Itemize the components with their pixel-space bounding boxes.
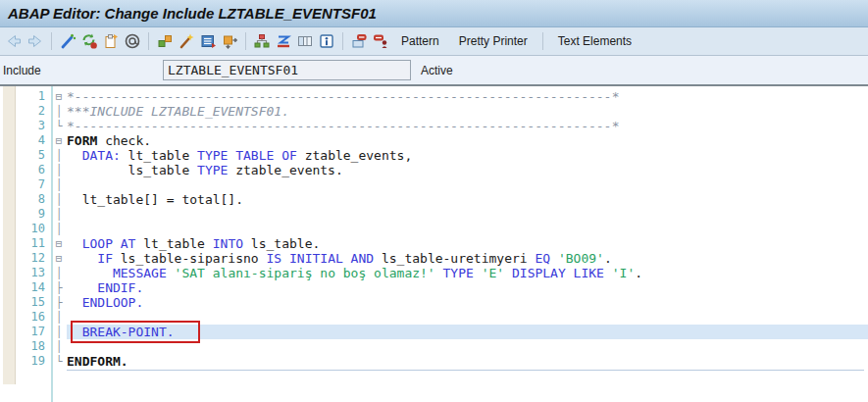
fold-marker[interactable]: ⊟ [51,133,67,148]
fold-marker[interactable]: ⊟ [51,251,67,266]
fold-marker: │ [51,266,67,280]
code-line[interactable]: 13│ MESSAGE 'SAT alanı-sipariş no boş ol… [18,266,868,280]
syntax-check-icon[interactable] [59,32,77,50]
fold-marker: │ [51,148,67,163]
code-text[interactable]: *---------------------------------------… [67,119,868,133]
code-text[interactable]: ***INCLUDE LZTABLE_EVENTSF01. [67,104,868,119]
code-editor[interactable]: 1⊟*-------------------------------------… [0,86,868,402]
forward-icon[interactable] [26,32,44,50]
code-line[interactable]: 14├ ENDIF. [18,280,868,295]
line-number: 12 [18,251,51,266]
copy-icon[interactable] [102,32,120,50]
code-line[interactable]: 8│ lt_table[] = total[]. [18,192,868,207]
line-number: 19 [18,354,51,369]
code-line[interactable]: 15├ ENDLOOP. [18,295,868,310]
where-used-icon[interactable] [124,32,141,50]
line-number: 13 [18,266,51,280]
line-number: 6 [18,163,51,177]
application-toolbar: Pattern Pretty Printer Text Elements [0,27,868,56]
code-text[interactable] [67,177,868,192]
text-elements-button[interactable]: Text Elements [550,31,639,51]
code-line[interactable]: 17│ BREAK-POINT. [18,325,868,339]
fold-marker: │ [51,222,67,236]
line-number: 7 [18,177,51,192]
page-title: ABAP Editor: Change Include LZTABLE_EVEN… [8,5,377,22]
line-number: 4 [18,133,51,148]
code-text[interactable]: MESSAGE 'SAT alanı-sipariş no boş olamaz… [67,266,868,280]
line-number: 16 [18,310,51,325]
code-line[interactable]: 1⊟*-------------------------------------… [18,89,868,104]
fold-marker: │ [51,339,67,354]
code-line[interactable]: 2│***INCLUDE LZTABLE_EVENTSF01. [18,104,868,119]
code-text[interactable]: *---------------------------------------… [67,89,868,104]
code-text[interactable]: FORM check. [67,133,868,148]
code-line[interactable]: 12⊟ IF ls_table-siparisno IS INITIAL AND… [18,251,868,266]
line-number: 2 [18,104,51,119]
fold-marker: │ [51,177,67,192]
fold-marker: │ [51,310,67,325]
fold-marker: ├ [51,280,67,295]
fold-marker: └ [51,119,67,133]
info-icon[interactable] [318,32,335,50]
include-name-input[interactable] [163,60,411,80]
line-number: 11 [18,236,51,251]
code-text[interactable] [67,222,868,236]
fold-marker[interactable]: ⊟ [51,89,67,104]
fold-marker: ├ [51,295,67,310]
line-number: 10 [18,222,51,236]
code-text[interactable]: BREAK-POINT. [67,325,868,339]
back-icon[interactable] [5,32,23,50]
line-number: 9 [18,207,51,222]
improvement-note-icon[interactable] [372,32,389,50]
code-line[interactable]: 9│ [18,207,868,222]
code-text[interactable] [67,310,868,325]
editor-left-margin [3,86,16,384]
navigate-icon[interactable] [221,32,238,50]
code-text[interactable]: ENDLOOP. [67,295,868,310]
line-number: 15 [18,295,51,310]
line-number: 8 [18,192,51,207]
code-text[interactable]: DATA: lt_table TYPE TABLE OF ztable_even… [67,148,868,163]
modification-assistant-icon[interactable] [350,32,368,50]
code-line[interactable]: 7│ [18,177,868,192]
code-text[interactable]: lt_table[] = total[]. [67,192,868,207]
code-text[interactable]: ENDFORM. [67,354,868,369]
code-line[interactable]: 6│ ls_table TYPE ztable_events. [18,163,868,177]
line-number: 5 [18,148,51,163]
code-line[interactable]: 11⊟ LOOP AT lt_table INTO ls_table. [18,236,868,251]
code-text[interactable]: IF ls_table-siparisno IS INITIAL AND ls_… [67,251,868,266]
code-line[interactable]: 16│ [18,310,868,325]
fold-marker[interactable]: ⊟ [51,236,67,251]
code-line[interactable]: 5│ DATA: lt_table TYPE TABLE OF ztable_e… [18,148,868,163]
activate-icon[interactable] [80,32,98,50]
include-bar: Include Active [0,56,868,86]
line-number: 18 [18,339,51,354]
fold-marker: │ [51,192,67,207]
insert-statement-icon[interactable] [156,32,174,50]
pretty-printer-button[interactable]: Pretty Printer [451,31,536,51]
sort-icon[interactable] [275,32,292,50]
line-number: 14 [18,280,51,295]
pattern-wand-icon[interactable] [178,32,195,50]
code-text[interactable] [67,207,868,222]
code-line[interactable]: 3└*-------------------------------------… [18,119,868,133]
code-line[interactable]: 4⊟FORM check. [18,133,868,148]
hierarchy-icon[interactable] [253,32,271,50]
fold-marker: │ [51,325,67,339]
toolbar-separator [542,32,543,50]
code-line[interactable]: 18│ [18,339,868,354]
include-label: Include [0,64,163,77]
pattern-button[interactable]: Pattern [393,31,447,51]
active-status: Active [421,64,453,77]
code-text[interactable]: LOOP AT lt_table INTO ls_table. [67,236,868,251]
code-text[interactable]: ENDIF. [67,280,868,295]
code-text[interactable]: ls_table TYPE ztable_events. [67,163,868,177]
code-line[interactable]: 10│ [18,222,868,236]
end-of-source-divider [67,370,864,371]
code-line[interactable]: 19└ENDFORM. [18,354,868,369]
object-list-icon[interactable] [199,32,217,50]
code-text[interactable] [67,339,868,354]
fold-marker: └ [51,354,67,369]
line-number: 3 [18,119,51,133]
table-view-icon[interactable] [296,32,314,50]
